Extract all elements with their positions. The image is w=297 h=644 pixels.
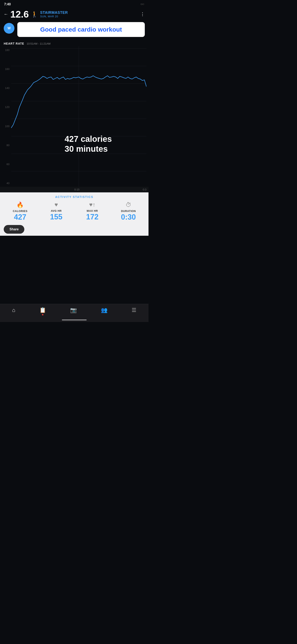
stat-max-hr: ♥↑ MAX HR 172 (74, 202, 110, 221)
max-hr-icon: ♥↑ (89, 202, 95, 208)
notification-icon: 🕶️ (140, 2, 144, 6)
chart-area: 180 160 140 120 100 80 60 40 (0, 46, 148, 187)
chart-svg-container: 427 calories 30 minutes (11, 46, 146, 187)
calories-icon: 🔥 (16, 202, 24, 208)
stat-calories: 🔥 CALORIES 427 (2, 202, 38, 221)
duration-icon: ⏱ (126, 202, 131, 208)
camera-icon: 📷 (70, 307, 77, 313)
home-icon: ⌂ (12, 307, 15, 313)
stat-avg-hr: ♥ AVG HR 155 (38, 202, 74, 221)
chart-label: HEART RATE (4, 42, 24, 45)
nav-home[interactable]: ⌂ (12, 307, 15, 313)
avg-hr-icon: ♥ (54, 202, 58, 208)
menu-icon: ☰ (132, 307, 136, 313)
nav-camera[interactable]: 📷 (70, 307, 77, 313)
avg-hr-value: 155 (50, 213, 62, 221)
y-axis: 180 160 140 120 100 80 60 40 (0, 46, 11, 187)
activity-stats-title: ACTIVITY STATISTICS (2, 195, 146, 198)
y-label-140: 140 (0, 86, 11, 90)
user-section: W Good paced cardio workout (0, 21, 148, 39)
y-label-60: 60 (0, 163, 11, 166)
calories-label: CALORIES (13, 210, 27, 212)
nav-dot (42, 314, 43, 316)
y-label-100: 100 (0, 125, 11, 128)
stairmaster-icon: 🚶 (31, 11, 38, 18)
bottom-button-area: Share (0, 224, 148, 236)
status-time: 7:40 (4, 2, 11, 6)
x-axis: 0:15 0:3 (0, 187, 148, 192)
chart-header: HEART RATE 10:51AM - 11:21AM (0, 40, 148, 46)
nav-social[interactable]: 👥 (101, 307, 107, 313)
workout-icon: 📋 (39, 307, 46, 313)
chart-time-range: 10:51AM - 11:21AM (27, 42, 50, 45)
heart-rate-chart (11, 46, 146, 187)
chart-stats-overlay: 427 calories 30 minutes (64, 134, 112, 154)
avg-hr-label: AVG HR (51, 209, 62, 212)
chart-section: HEART RATE 10:51AM - 11:21AM 180 160 140… (0, 40, 148, 192)
share-button[interactable]: Share (4, 225, 24, 234)
calories-value: 427 (14, 214, 26, 221)
header: ← 12.6 🚶 STAIRMASTER SUN, MAR 20 ⋮ (0, 8, 148, 21)
y-label-80: 80 (0, 144, 11, 147)
activity-stats-section: ACTIVITY STATISTICS 🔥 CALORIES 427 ♥ AVG… (0, 192, 148, 224)
nav-workout[interactable]: 📋 (39, 307, 46, 313)
nav-menu[interactable]: ☰ (132, 307, 136, 313)
nav-bar: ⌂ 📋 📷 👥 ☰ (0, 304, 148, 322)
duration-label: DURATION (121, 210, 136, 212)
avatar-initials: W (7, 26, 10, 30)
max-hr-value: 172 (86, 213, 98, 221)
workout-comment: Good paced cardio workout (22, 26, 140, 33)
workout-info: STAIRMASTER SUN, MAR 20 (40, 10, 138, 18)
stats-grid: 🔥 CALORIES 427 ♥ AVG HR 155 ♥↑ MAX HR 17… (2, 202, 146, 221)
y-label-160: 160 (0, 68, 11, 70)
x-label-end: 0:3 (143, 188, 146, 191)
status-bar: 7:40 🕶️ (0, 0, 148, 8)
y-label-180: 180 (0, 48, 11, 52)
social-icon: 👥 (101, 307, 107, 313)
y-label-120: 120 (0, 106, 11, 108)
workout-date: SUN, MAR 20 (40, 15, 138, 18)
y-label-40: 40 (0, 182, 11, 185)
max-hr-label: MAX HR (87, 209, 98, 212)
back-button[interactable]: ← (4, 12, 8, 17)
workout-name: STAIRMASTER (40, 10, 138, 15)
x-label-mid: 0:15 (74, 188, 79, 191)
more-button[interactable]: ⋮ (140, 12, 145, 17)
duration-value: 0:30 (121, 214, 136, 221)
home-indicator (62, 320, 87, 320)
stat-duration: ⏱ DURATION 0:30 (110, 202, 146, 221)
chart-minutes-text: 30 minutes (64, 144, 112, 154)
chart-calories-text: 427 calories (64, 134, 112, 144)
avatar[interactable]: W (4, 23, 14, 34)
status-icons: 🕶️ (140, 2, 144, 6)
workout-level: 12.6 (10, 10, 29, 19)
comment-bubble: Good paced cardio workout (17, 22, 145, 37)
